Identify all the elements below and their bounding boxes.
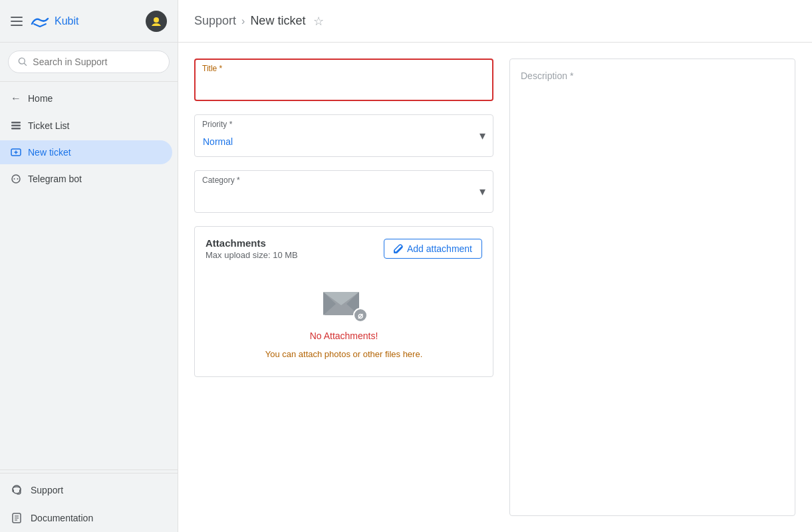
attachments-empty-state: ⌀ No Attachments! You can attach photos … [205,265,482,366]
breadcrumb-separator: › [241,15,245,27]
sidebar-item-new-ticket-label: New ticket [28,147,71,158]
svg-rect-4 [11,125,21,127]
title-input[interactable] [194,59,493,101]
attachments-header: Attachments Max upload size: 10 MB Add a… [205,237,482,260]
add-attachment-label: Add attachment [407,243,472,254]
breadcrumb-current: New ticket [250,14,305,28]
svg-point-11 [17,178,19,180]
sidebar-item-telegram-bot-label: Telegram bot [28,174,82,184]
sidebar-item-telegram-bot[interactable]: Telegram bot [0,167,172,191]
sidebar-support-label: Support [31,485,63,495]
form-left: Title * Priority * Normal Low High Criti… [194,59,493,516]
svg-point-0 [154,17,159,23]
search-input[interactable] [33,57,160,67]
description-label: Description * [521,70,573,81]
list-icon [11,120,21,131]
sidebar-item-documentation[interactable]: Documentation [0,504,178,532]
attachments-max-size: Max upload size: 10 MB [205,250,298,260]
clip-badge: ⌀ [353,308,368,323]
category-select[interactable] [194,170,493,213]
hamburger-menu-icon[interactable] [11,17,23,26]
main-content: Support › New ticket ☆ Title * Priority … [178,0,812,532]
svg-line-2 [24,63,26,65]
sidebar-item-new-ticket[interactable]: New ticket [0,140,172,164]
avatar[interactable] [146,11,167,32]
mail-attachment-icon: ⌀ [323,285,365,323]
paperclip-icon [394,244,403,253]
svg-rect-3 [11,122,21,124]
svg-point-9 [12,175,20,183]
doc-icon [11,512,23,524]
headset-icon [11,484,23,496]
sidebar-documentation-label: Documentation [31,513,93,523]
sidebar-item-support[interactable]: Support [0,476,178,504]
logo-icon [31,15,49,28]
title-field-group: Title * [194,59,493,101]
sidebar-header: Kubit [0,0,178,43]
add-attachment-button[interactable]: Add attachment [384,239,482,259]
divider-bottom [0,473,178,473]
svg-point-10 [14,178,15,180]
sidebar-item-home[interactable]: ← Home [0,86,172,111]
ticket-icon [11,147,21,158]
search-icon [18,57,27,67]
star-icon[interactable]: ☆ [313,14,324,29]
bot-icon [11,174,21,184]
svg-rect-5 [11,128,21,130]
sidebar-item-ticket-list[interactable]: Ticket List [0,114,172,138]
svg-rect-13 [13,489,15,492]
category-group: Category * ▾ [194,170,493,213]
priority-select[interactable]: Normal Low High Critical [194,114,493,157]
sidebar: Kubit ← Home Ticket List New t [0,0,178,532]
sidebar-item-ticket-list-label: Ticket List [28,120,70,131]
sidebar-item-home-label: Home [28,93,53,104]
sidebar-bottom: Support Documentation [0,469,178,532]
breadcrumb-parent[interactable]: Support [194,14,236,28]
topbar: Support › New ticket ☆ [178,0,812,43]
no-attachments-text: No Attachments! [310,331,378,341]
attachments-box: Attachments Max upload size: 10 MB Add a… [194,226,493,377]
search-box[interactable] [8,51,170,73]
description-input[interactable] [521,87,784,502]
logo-area: Kubit [31,15,78,28]
attach-hint-text: You can attach photos or other files her… [265,349,423,359]
description-area[interactable]: Description * [509,59,795,516]
divider-1 [0,81,178,82]
attachments-title: Attachments [205,237,298,249]
back-arrow-icon: ← [11,92,21,104]
priority-group: Priority * Normal Low High Critical ▾ [194,114,493,157]
attachments-title-group: Attachments Max upload size: 10 MB [205,237,298,260]
logo-text: Kubit [55,15,78,27]
form-area: Title * Priority * Normal Low High Criti… [178,43,812,532]
